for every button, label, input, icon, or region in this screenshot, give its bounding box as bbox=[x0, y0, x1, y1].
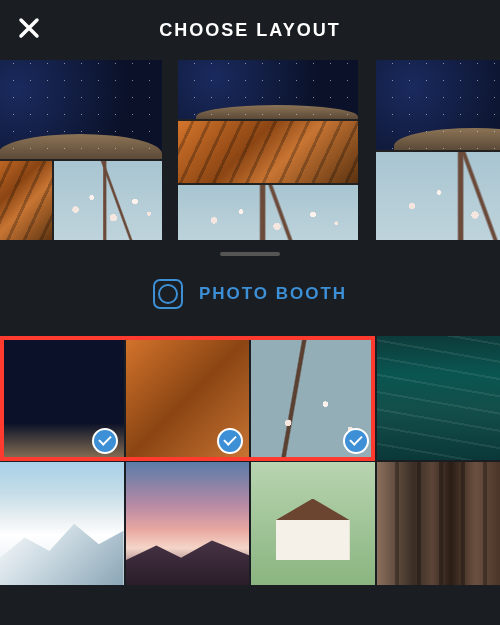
layout-panel bbox=[0, 60, 162, 159]
header: CHOOSE LAYOUT bbox=[0, 0, 500, 60]
layout-panel bbox=[376, 152, 500, 240]
close-button[interactable] bbox=[18, 16, 40, 44]
gallery-thumbnail[interactable] bbox=[251, 336, 375, 460]
gallery-thumbnail[interactable] bbox=[251, 462, 375, 586]
drag-handle[interactable] bbox=[220, 252, 280, 256]
gallery-grid bbox=[0, 336, 500, 585]
check-icon bbox=[343, 428, 369, 454]
check-icon bbox=[92, 428, 118, 454]
layout-panel bbox=[54, 161, 162, 240]
layout-option[interactable] bbox=[376, 60, 500, 240]
layout-panel bbox=[178, 185, 358, 240]
camera-icon bbox=[153, 279, 183, 309]
photo-booth-button[interactable]: PHOTO BOOTH bbox=[0, 274, 500, 314]
check-icon bbox=[217, 428, 243, 454]
close-icon bbox=[18, 17, 40, 39]
page-title: CHOOSE LAYOUT bbox=[159, 20, 340, 41]
layout-option[interactable] bbox=[178, 60, 358, 240]
gallery-thumbnail[interactable] bbox=[0, 336, 124, 460]
gallery-thumbnail[interactable] bbox=[126, 462, 250, 586]
layout-panel bbox=[0, 161, 52, 240]
gallery-thumbnail[interactable] bbox=[126, 336, 250, 460]
layout-panel bbox=[178, 60, 358, 119]
gallery-thumbnail[interactable] bbox=[377, 336, 501, 460]
photo-booth-label: PHOTO BOOTH bbox=[199, 284, 347, 304]
layout-panel bbox=[376, 60, 500, 150]
gallery-thumbnail[interactable] bbox=[377, 462, 501, 586]
layout-panel bbox=[178, 121, 358, 182]
gallery-thumbnail[interactable] bbox=[0, 462, 124, 586]
gallery bbox=[0, 336, 500, 585]
layout-carousel[interactable] bbox=[0, 60, 500, 240]
layout-option[interactable] bbox=[0, 60, 160, 240]
